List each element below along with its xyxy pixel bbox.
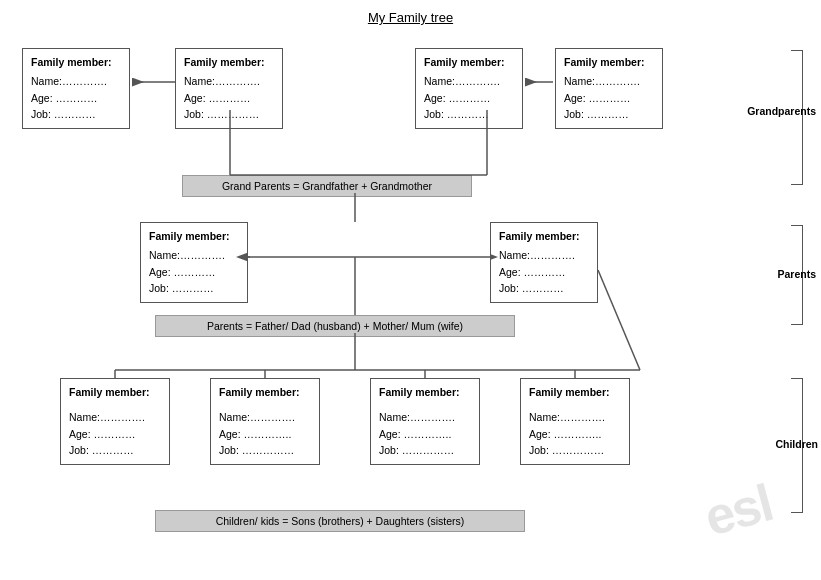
parent-job-2: Job: ………… (499, 280, 589, 297)
name-2: Name:…………. (184, 73, 274, 90)
child-card-title-2: Family member: (219, 384, 311, 401)
parents-section-label: Parents (777, 268, 816, 280)
job-3: Job: ………… (424, 106, 514, 123)
child-name-2: Name:…………. (219, 409, 311, 426)
child-age-4: Age: ………….. (529, 426, 621, 443)
child-card-3: Family member: Name:…………. Age: ………….. Jo… (370, 378, 480, 465)
parent-job-1: Job: ………… (149, 280, 239, 297)
age-1: Age: ………… (31, 90, 121, 107)
child-card-title-4: Family member: (529, 384, 621, 401)
grandparent-card-2: Family member: Name:…………. Age: ………… Job:… (175, 48, 283, 129)
parent-name-1: Name:…………. (149, 247, 239, 264)
grandparent-card-1: Family member: Name:…………. Age: ………… Job:… (22, 48, 130, 129)
watermark: esl (698, 472, 778, 547)
child-card-title-1: Family member: (69, 384, 161, 401)
child-card-title-3: Family member: (379, 384, 471, 401)
child-card-4: Family member: Name:…………. Age: ………….. Jo… (520, 378, 630, 465)
child-name-3: Name:…………. (379, 409, 471, 426)
name-1: Name:…………. (31, 73, 121, 90)
child-job-4: Job: …………… (529, 442, 621, 459)
age-3: Age: ………… (424, 90, 514, 107)
grandparent-card-3: Family member: Name:…………. Age: ………… Job:… (415, 48, 523, 129)
job-2: Job: …………… (184, 106, 274, 123)
job-4: Job: ………… (564, 106, 654, 123)
name-3: Name:…………. (424, 73, 514, 90)
parent-card-title-1: Family member: (149, 228, 239, 245)
parent-name-2: Name:…………. (499, 247, 589, 264)
child-card-1: Family member: Name:…………. Age: ………… Job:… (60, 378, 170, 465)
parent-age-1: Age: ………… (149, 264, 239, 281)
card-title-2: Family member: (184, 54, 274, 71)
grandparent-card-4: Family member: Name:…………. Age: ………… Job:… (555, 48, 663, 129)
child-name-4: Name:…………. (529, 409, 621, 426)
grandparents-label: Grand Parents = Grandfather + Grandmothe… (182, 175, 472, 197)
grandparents-section-label: Grandparents (747, 105, 816, 117)
age-2: Age: ………… (184, 90, 274, 107)
child-job-2: Job: …………… (219, 442, 311, 459)
age-4: Age: ………… (564, 90, 654, 107)
child-job-1: Job: ………… (69, 442, 161, 459)
child-age-1: Age: ………… (69, 426, 161, 443)
svg-line-19 (598, 270, 640, 370)
parent-card-title-2: Family member: (499, 228, 589, 245)
card-title-1: Family member: (31, 54, 121, 71)
job-1: Job: ………… (31, 106, 121, 123)
grandparents-bracket (791, 50, 803, 185)
child-card-2: Family member: Name:…………. Age: ………….. Jo… (210, 378, 320, 465)
card-title-3: Family member: (424, 54, 514, 71)
name-4: Name:…………. (564, 73, 654, 90)
child-job-3: Job: …………… (379, 442, 471, 459)
parent-card-1: Family member: Name:…………. Age: ………… Job:… (140, 222, 248, 303)
parent-card-2: Family member: Name:…………. Age: ………… Job:… (490, 222, 598, 303)
card-title-4: Family member: (564, 54, 654, 71)
children-section-label: Children (775, 438, 818, 450)
page-title: My Family tree (10, 10, 811, 25)
children-label: Children/ kids = Sons (brothers) + Daugh… (155, 510, 525, 532)
child-age-3: Age: ………….. (379, 426, 471, 443)
parents-label: Parents = Father/ Dad (husband) + Mother… (155, 315, 515, 337)
child-age-2: Age: ………….. (219, 426, 311, 443)
child-name-1: Name:…………. (69, 409, 161, 426)
parent-age-2: Age: ………… (499, 264, 589, 281)
